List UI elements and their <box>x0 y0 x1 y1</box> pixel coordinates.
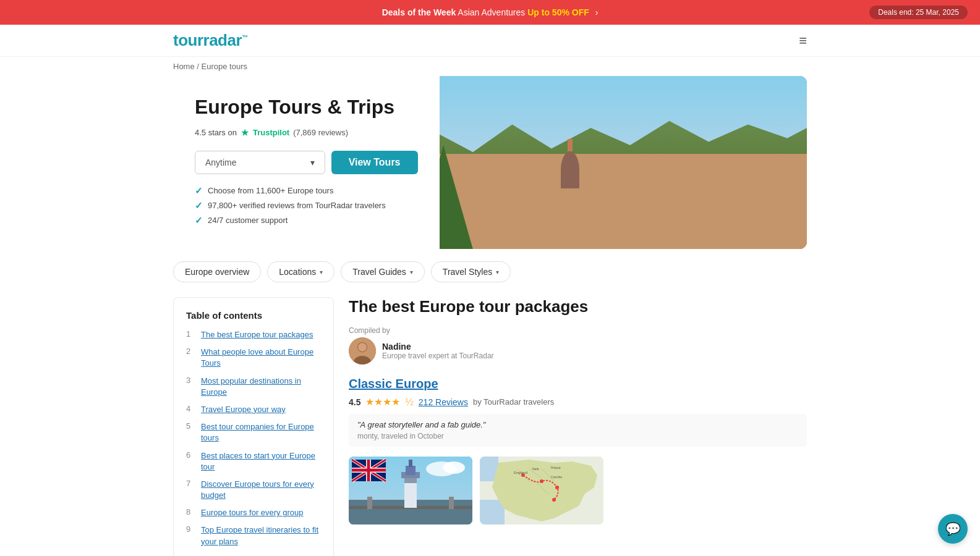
hero-dome <box>552 139 589 188</box>
rating-row: 4.5 ★★★★ ½ 212 Reviews by TourRadar trav… <box>349 396 807 408</box>
toc-link-8[interactable]: Europe tours for every group <box>201 507 303 518</box>
toc-item-9: 9 Top Europe travel itineraries to fit y… <box>186 524 321 547</box>
chat-icon: 💬 <box>945 521 961 536</box>
toc-item-5: 5 Best tour companies for Europe tours <box>186 421 321 444</box>
toc-num-4: 4 <box>186 404 195 415</box>
feature-item-1: ✓ Choose from 11,600+ Europe tours <box>195 185 418 196</box>
article-title: The best Europe tour packages <box>349 297 807 316</box>
toc-item-4: 4 Travel Europe your way <box>186 404 321 415</box>
toc-num-7: 7 <box>186 479 195 501</box>
review-link[interactable]: 212 Reviews <box>419 397 468 407</box>
feature-item-2: ✓ 97,800+ verified reviews from TourRada… <box>195 200 418 211</box>
toc-num-3: 3 <box>186 376 195 398</box>
deals-deadline: Deals end: 25 Mar, 2025 <box>869 6 968 19</box>
breadcrumb-home[interactable]: Home <box>173 62 195 71</box>
london-image[interactable] <box>349 457 472 524</box>
toc-link-3[interactable]: Most popular destinations in Europe <box>201 376 321 398</box>
tab-locations-label: Locations <box>279 267 316 277</box>
banner-text: Deals of the Week Asian Adventures Up to… <box>12 7 968 17</box>
logo[interactable]: tourradar™ <box>173 31 248 50</box>
hero-card: Europe Tours & Trips 4.5 stars on ★ Trus… <box>173 76 440 249</box>
travel-styles-chevron-icon: ▾ <box>496 269 499 276</box>
svg-point-36 <box>521 473 525 477</box>
tour-images: England Neth. Poland Czechia <box>349 457 807 524</box>
compiled-label: Compiled by <box>349 326 494 335</box>
toc-link-4[interactable]: Travel Europe your way <box>201 404 286 415</box>
author-avatar <box>349 337 376 364</box>
promotional-banner[interactable]: Deals of the Week Asian Adventures Up to… <box>0 0 980 25</box>
toc-num-9: 9 <box>186 524 195 547</box>
hero-section: Europe Tours & Trips 4.5 stars on ★ Trus… <box>173 76 807 249</box>
svg-point-38 <box>555 486 559 489</box>
toc-num-1: 1 <box>186 329 195 340</box>
rating-number: 4.5 <box>349 397 360 407</box>
svg-point-39 <box>552 498 556 502</box>
toc-link-1[interactable]: The best Europe tour packages <box>201 329 313 340</box>
date-value: Anytime <box>205 158 237 167</box>
check-icon-1: ✓ <box>195 185 203 196</box>
feature-list: ✓ Choose from 11,600+ Europe tours ✓ 97,… <box>195 185 418 230</box>
svg-rect-12 <box>449 497 454 509</box>
logo-tm: ™ <box>242 34 248 41</box>
svg-rect-8 <box>406 466 415 475</box>
tab-locations[interactable]: Locations ▾ <box>267 261 334 282</box>
hero-city <box>414 154 807 249</box>
toc-num-8: 8 <box>186 507 195 518</box>
tab-travel-guides[interactable]: Travel Guides ▾ <box>341 261 425 282</box>
deals-label: Deals of the Week <box>382 7 456 17</box>
breadcrumb-separator: / <box>197 62 201 71</box>
toc-link-6[interactable]: Best places to start your Europe tour <box>201 450 321 473</box>
map-image[interactable]: England Neth. Poland Czechia <box>480 457 603 524</box>
logo-wordmark: tourradar <box>173 31 242 49</box>
toc-link-9[interactable]: Top Europe travel itineraries to fit you… <box>201 524 321 547</box>
svg-rect-11 <box>367 497 372 509</box>
toc-link-7[interactable]: Discover Europe tours for every budget <box>201 479 321 501</box>
tab-europe-overview[interactable]: Europe overview <box>173 261 261 282</box>
toc-link-2[interactable]: What people love about Europe Tours <box>201 347 321 369</box>
author-role: Europe travel expert at TourRadar <box>382 352 494 360</box>
svg-rect-9 <box>409 460 412 467</box>
toc-num-2: 2 <box>186 347 195 369</box>
toc-title: Table of contents <box>186 310 321 321</box>
hamburger-menu-button[interactable]: ≡ <box>799 33 807 49</box>
chat-button[interactable]: 💬 <box>938 514 968 544</box>
hero-title: Europe Tours & Trips <box>195 95 418 119</box>
feature-text-1: Choose from 11,600+ Europe tours <box>208 186 333 195</box>
author-info: Nadine Europe travel expert at TourRadar <box>382 342 494 360</box>
toc-item-6: 6 Best places to start your Europe tour <box>186 450 321 473</box>
review-quote: "A great storyteller and a fab guide." m… <box>349 414 807 447</box>
svg-text:England: England <box>514 471 527 474</box>
check-icon-2: ✓ <box>195 200 203 211</box>
toc-item-3: 3 Most popular destinations in Europe <box>186 376 321 398</box>
feature-text-3: 24/7 customer support <box>208 216 288 225</box>
view-tours-button[interactable]: View Tours <box>331 151 418 174</box>
toc-item-2: 2 What people love about Europe Tours <box>186 347 321 369</box>
classic-europe-title[interactable]: Classic Europe <box>349 377 807 391</box>
travel-guides-chevron-icon: ▾ <box>410 269 413 276</box>
svg-point-14 <box>443 461 465 474</box>
rating-text: 4.5 stars on <box>195 128 237 137</box>
feature-item-3: ✓ 24/7 customer support <box>195 215 418 226</box>
svg-point-3 <box>358 343 367 352</box>
svg-point-37 <box>540 479 543 483</box>
date-dropdown[interactable]: Anytime ▾ <box>195 151 325 174</box>
toc-item-7: 7 Discover Europe tours for every budget <box>186 479 321 501</box>
trustpilot-logo: Trustpilot <box>253 128 289 137</box>
trustpilot-row: 4.5 stars on ★ Trustpilot (7,869 reviews… <box>195 127 418 138</box>
compiled-label-container: Compiled by Nadine Europe travel expert … <box>349 326 494 364</box>
tab-travel-styles[interactable]: Travel Styles ▾ <box>431 261 511 282</box>
toc-link-5[interactable]: Best tour companies for Europe tours <box>201 421 321 444</box>
compiled-by-section: Compiled by Nadine Europe travel expert … <box>349 326 807 364</box>
header: tourradar™ ≡ <box>0 25 980 57</box>
author-name: Nadine <box>382 342 494 352</box>
svg-rect-6 <box>404 475 417 506</box>
star-icons: ★★★★ <box>365 396 400 408</box>
toc-item-8: 8 Europe tours for every group <box>186 507 321 518</box>
quote-author: monty, traveled in October <box>357 432 798 440</box>
campaign-text: Asian Adventures <box>458 7 525 17</box>
quote-text: "A great storyteller and a fab guide." <box>357 420 798 429</box>
nav-tabs: Europe overview Locations ▾ Travel Guide… <box>0 261 980 282</box>
dropdown-chevron-icon: ▾ <box>310 158 315 167</box>
feature-text-2: 97,800+ verified reviews from TourRadar … <box>208 201 386 210</box>
toc-list: 1 The best Europe tour packages 2 What p… <box>186 329 321 547</box>
